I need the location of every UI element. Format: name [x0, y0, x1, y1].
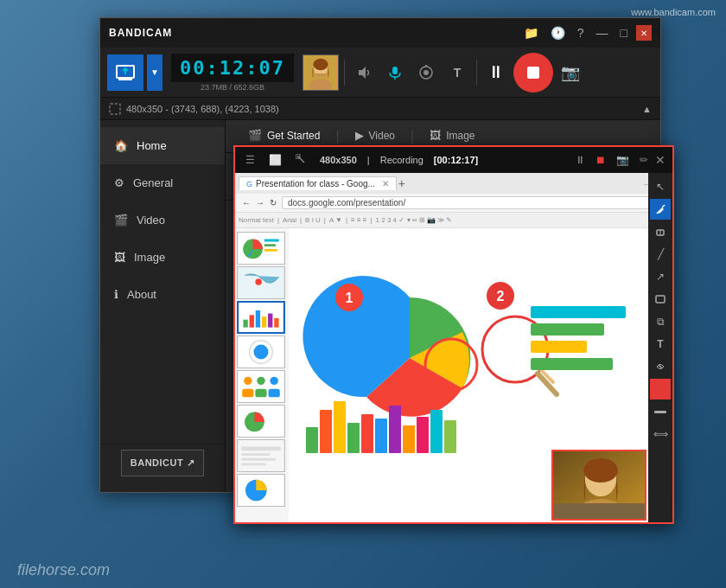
slide-thumb-4[interactable]	[237, 336, 285, 368]
gear-icon: ⚙	[114, 176, 124, 189]
slide-thumb-1[interactable]	[237, 232, 285, 265]
help-icon[interactable]: ?	[574, 24, 588, 42]
slide-thumb-2[interactable]	[237, 266, 285, 299]
svg-rect-78	[531, 306, 626, 318]
browser-tab-bar: G Presentation for class - Goog... ✕ + —…	[235, 173, 672, 194]
bandicut-button[interactable]: BANDICUT ↗	[121, 450, 205, 476]
rec-draw-button[interactable]: ✏	[636, 152, 652, 168]
color-red-tool[interactable]	[650, 379, 671, 399]
timer-display: 00:12:07	[171, 54, 294, 82]
svg-rect-79	[531, 323, 604, 336]
browser-tab[interactable]: G Presentation for class - Goog... ✕	[239, 176, 397, 190]
stop-record-button[interactable]	[513, 53, 553, 93]
volume-button[interactable]	[350, 59, 378, 86]
svg-rect-46	[250, 315, 254, 327]
url-text[interactable]: docs.google.com/presentation/	[282, 196, 653, 209]
svg-rect-58	[242, 389, 253, 397]
rec-resize-button[interactable]: ⬜	[265, 152, 285, 168]
rec-crop-button[interactable]	[292, 152, 309, 169]
svg-rect-92	[444, 420, 456, 453]
svg-rect-91	[430, 410, 443, 453]
mode-button[interactable]	[107, 54, 143, 91]
screenshot-button[interactable]: 📷	[557, 59, 584, 86]
rec-stop-button[interactable]: ⏹	[592, 152, 609, 168]
mic-button[interactable]	[381, 59, 409, 86]
rec-pause-button[interactable]: ⏸	[571, 152, 589, 168]
svg-point-99	[583, 458, 618, 483]
expand-tool[interactable]: ⟺	[650, 424, 671, 444]
slide-thumb-6[interactable]	[237, 405, 285, 438]
rec-menu-button[interactable]: ☰	[242, 152, 258, 168]
info-icon: ℹ	[114, 288, 118, 301]
sidebar-item-home[interactable]: 🏠 Home	[100, 127, 225, 164]
svg-rect-88	[389, 406, 401, 453]
text-button[interactable]: T	[443, 59, 471, 86]
highlight-tool[interactable]	[650, 199, 671, 220]
svg-rect-54	[238, 371, 283, 402]
clear-tool[interactable]	[650, 356, 671, 377]
folder-icon[interactable]: 📁	[520, 24, 542, 42]
watermark-bottom: filehorse.com	[17, 561, 110, 579]
close-button[interactable]: ✕	[636, 25, 652, 41]
svg-point-53	[253, 344, 268, 359]
sidebar-item-general[interactable]: ⚙ General	[100, 164, 225, 201]
svg-rect-89	[403, 425, 415, 453]
browser-content: G Presentation for class - Goog... ✕ + —…	[235, 173, 672, 522]
add-tab-button[interactable]: +	[398, 176, 405, 190]
svg-rect-106	[655, 384, 666, 394]
minimize-button[interactable]: —	[593, 24, 612, 42]
maximize-button[interactable]: □	[617, 24, 631, 42]
svg-rect-17	[110, 104, 120, 114]
svg-rect-50	[274, 318, 278, 328]
sidebar-item-about[interactable]: ℹ About	[100, 276, 225, 313]
recording-label: Recording	[380, 155, 424, 165]
bandicut-label: BANDICUT ↗	[131, 457, 195, 469]
svg-rect-66	[241, 458, 276, 461]
sidebar-item-video[interactable]: 🎬 Video	[100, 201, 225, 239]
arrow-tool[interactable]: ↗	[650, 266, 671, 287]
refresh-icon: ↻	[270, 198, 277, 208]
eraser-tool[interactable]	[650, 221, 671, 242]
mode-dropdown[interactable]: ▼	[147, 54, 162, 91]
sidebar-label-home: Home	[137, 139, 167, 152]
cursor-tool[interactable]: ↖	[650, 176, 671, 197]
url-bar[interactable]: ← → ↻ docs.google.com/presentation/ ☆	[235, 194, 672, 213]
svg-point-55	[244, 377, 252, 385]
svg-line-105	[659, 365, 662, 368]
rec-screenshot-button[interactable]: 📷	[613, 152, 633, 168]
svg-rect-90	[417, 417, 429, 453]
app-title: BANDICAM	[109, 27, 172, 39]
slide-thumb-5[interactable]	[237, 370, 285, 403]
svg-rect-47	[256, 310, 260, 328]
sidebar-item-image[interactable]: 🖼 Image	[100, 239, 225, 276]
clock-icon[interactable]: 🕐	[547, 24, 569, 42]
svg-point-43	[255, 278, 262, 285]
svg-point-14	[424, 70, 429, 75]
rec-close-button[interactable]: ✕	[655, 153, 666, 167]
recording-title-bar: ☰ ⬜ 480x350 | Recording [00:12:17] ⏸ ⏹ 📷…	[235, 147, 672, 173]
svg-rect-104	[656, 296, 665, 303]
rect-tool[interactable]	[650, 289, 671, 310]
copy-tool[interactable]: ⧉	[650, 311, 671, 332]
svg-rect-40	[264, 244, 276, 246]
line-width-tool[interactable]	[650, 401, 671, 422]
sidebar-label-video: Video	[137, 214, 165, 227]
slide-thumb-8[interactable]	[237, 474, 285, 507]
collapse-icon[interactable]: ▲	[642, 104, 652, 114]
slide-panel	[235, 228, 289, 522]
svg-rect-59	[255, 389, 266, 397]
svg-rect-45	[243, 320, 247, 328]
slide-thumb-3[interactable]	[237, 301, 285, 334]
svg-rect-84	[334, 401, 346, 453]
rec-resolution: 480x350	[320, 155, 357, 165]
slide-thumb-7[interactable]	[237, 439, 285, 472]
line-tool[interactable]: ╱	[650, 244, 671, 265]
slide-view: 1 2	[289, 228, 672, 522]
svg-point-56	[257, 377, 264, 385]
sidebar-label-image: Image	[134, 251, 165, 264]
sidebar-label-general: General	[133, 176, 173, 189]
webcam-button[interactable]	[412, 59, 440, 86]
svg-point-9	[313, 58, 328, 69]
pause-button[interactable]: ⏸	[482, 59, 510, 86]
text-tool[interactable]: T	[650, 334, 671, 355]
